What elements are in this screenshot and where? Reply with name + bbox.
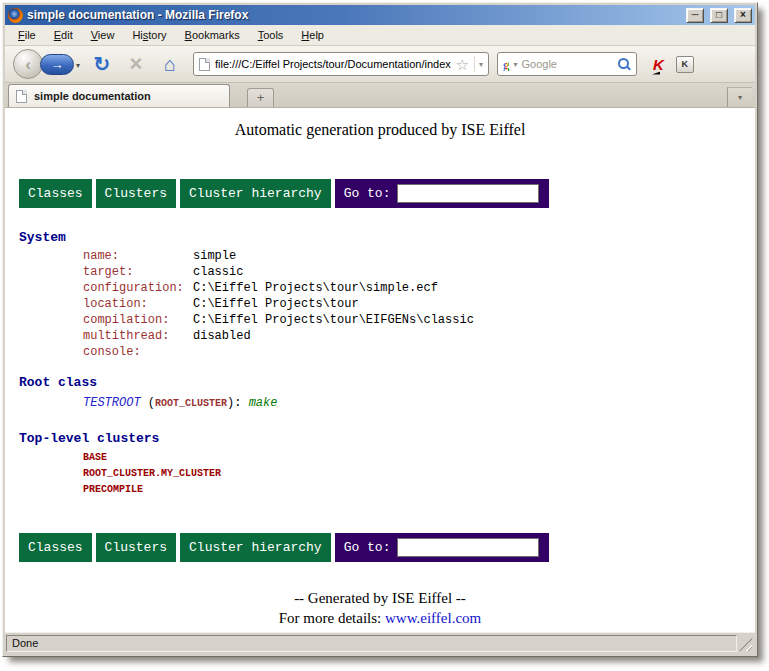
new-tab-button[interactable]: + <box>247 88 274 107</box>
row-label: multithread: <box>83 328 193 344</box>
page-footer: -- Generated by ISE Eiffel -- For more d… <box>5 588 755 628</box>
system-row-location: location:C:\Eiffel Projects\tour <box>83 296 755 312</box>
footer-details-prefix: For more details: <box>279 610 385 626</box>
status-bar: Done <box>5 632 755 654</box>
menu-history[interactable]: History <box>123 26 175 44</box>
navigation-toolbar: ‹ → ▾ ↻ × ⌂ file:///C:/Eiffel Projects/t… <box>5 46 755 83</box>
row-value: simple <box>193 249 236 263</box>
clusters-button[interactable]: Clusters <box>96 179 176 208</box>
footer-details-line: For more details: www.eiffel.com <box>5 608 755 628</box>
row-label: name: <box>83 248 193 264</box>
back-arrow-icon: ‹ <box>25 56 31 73</box>
system-row-target: target:classic <box>83 264 755 280</box>
url-input[interactable]: file:///C:/Eiffel Projects/tour/Document… <box>215 58 451 70</box>
cluster-list: BASE ROOT_CLUSTER.MY_CLUSTER PRECOMPILE <box>5 450 755 498</box>
system-row-name: name:simple <box>83 248 755 264</box>
root-class-line: TESTROOT (ROOT_CLUSTER): make <box>83 395 755 412</box>
kaspersky-icon[interactable]: K <box>653 57 664 72</box>
forward-arrow-icon: → <box>51 58 64 71</box>
history-dropdown-icon[interactable]: ▾ <box>76 61 80 70</box>
page-title: Automatic generation produced by ISE Eif… <box>5 121 755 139</box>
search-input[interactable]: Google <box>522 58 614 70</box>
cluster-link-precompile[interactable]: PRECOMPILE <box>83 482 755 498</box>
system-heading: System <box>19 229 755 246</box>
row-label: target: <box>83 264 193 280</box>
search-icon[interactable] <box>618 58 631 71</box>
goto-input[interactable] <box>397 184 539 203</box>
title-bar[interactable]: simple documentation - Mozilla Firefox ─… <box>5 5 755 25</box>
root-class-link[interactable]: TESTROOT <box>83 396 141 410</box>
forward-button[interactable]: → <box>40 54 74 75</box>
virtual-keyboard-button[interactable]: K <box>676 56 694 73</box>
reload-icon: ↻ <box>94 52 111 76</box>
row-value: classic <box>193 265 243 279</box>
url-dropdown-icon[interactable]: ▾ <box>474 56 483 72</box>
home-icon: ⌂ <box>164 53 176 76</box>
close-paren: ): <box>227 396 249 410</box>
reload-button[interactable]: ↻ <box>87 49 117 79</box>
goto-label: Go to: <box>344 186 391 201</box>
menu-bar: FileEditViewHistoryBookmarksToolsHelp <box>5 25 755 46</box>
window-title: simple documentation - Mozilla Firefox <box>27 8 680 22</box>
cluster-hierarchy-button[interactable]: Cluster hierarchy <box>180 533 331 562</box>
doc-navbar-bottom: Classes Clusters Cluster hierarchy Go to… <box>19 533 755 562</box>
site-favicon <box>199 58 210 71</box>
menu-view[interactable]: View <box>82 26 124 44</box>
close-button[interactable]: × <box>734 8 752 23</box>
menu-edit[interactable]: Edit <box>45 26 82 44</box>
row-label: location: <box>83 296 193 312</box>
desktop: simple documentation - Mozilla Firefox ─… <box>0 0 769 671</box>
menu-file[interactable]: File <box>9 26 45 44</box>
row-label: configuration: <box>83 280 193 296</box>
clusters-button[interactable]: Clusters <box>96 533 176 562</box>
eiffel-website-link[interactable]: www.eiffel.com <box>385 610 481 626</box>
goto-label: Go to: <box>344 540 391 555</box>
root-cluster-ref[interactable]: ROOT_CLUSTER <box>155 398 227 409</box>
menu-help[interactable]: Help <box>292 26 333 44</box>
root-class-heading: Root class <box>19 374 755 391</box>
list-all-tabs-button[interactable]: ▾ <box>727 87 752 107</box>
cluster-link-root-cluster-my-cluster[interactable]: ROOT_CLUSTER.MY_CLUSTER <box>83 466 755 482</box>
address-bar[interactable]: file:///C:/Eiffel Projects/tour/Document… <box>193 52 489 76</box>
row-value: C:\Eiffel Projects\tour\simple.ecf <box>193 281 438 295</box>
tab-label: simple documentation <box>34 90 151 102</box>
classes-button[interactable]: Classes <box>19 179 92 208</box>
row-label: compilation: <box>83 312 193 328</box>
tab-simple-documentation[interactable]: simple documentation <box>8 84 230 107</box>
row-value: C:\Eiffel Projects\tour <box>193 297 359 311</box>
open-paren: ( <box>141 396 155 410</box>
stop-button[interactable]: × <box>121 49 151 79</box>
tab-favicon <box>16 90 27 103</box>
row-value: disabled <box>193 329 251 343</box>
back-forward-group: ‹ → ▾ <box>13 48 85 80</box>
maximize-button[interactable]: □ <box>710 8 728 23</box>
page-content: Automatic generation produced by ISE Eif… <box>5 108 755 632</box>
system-row-compilation: compilation:C:\Eiffel Projects\tour\EIFG… <box>83 312 755 328</box>
footer-generated-line: -- Generated by ISE Eiffel -- <box>5 588 755 608</box>
minimize-button[interactable]: ─ <box>686 8 704 23</box>
firefox-icon <box>8 8 23 23</box>
row-value: C:\Eiffel Projects\tour\EIFGENs\classic <box>193 313 474 327</box>
row-label: console: <box>83 344 193 360</box>
tab-strip: simple documentation + ▾ <box>5 83 755 108</box>
search-engine-dropdown-icon[interactable]: ▾ <box>514 60 518 69</box>
home-button[interactable]: ⌂ <box>155 49 185 79</box>
back-button[interactable]: ‹ <box>13 49 43 79</box>
creation-feature-link[interactable]: make <box>249 396 278 410</box>
goto-box: Go to: <box>335 179 550 208</box>
bookmark-star-icon[interactable]: ☆ <box>456 57 469 72</box>
stop-icon: × <box>130 51 143 77</box>
system-row-console: console: <box>83 344 755 360</box>
cluster-link-base[interactable]: BASE <box>83 450 755 466</box>
cluster-hierarchy-button[interactable]: Cluster hierarchy <box>180 179 331 208</box>
resize-grip-icon[interactable] <box>739 638 752 651</box>
doc-navbar-top: Classes Clusters Cluster hierarchy Go to… <box>19 179 755 208</box>
search-bar[interactable]: g ▾ Google <box>497 52 637 76</box>
classes-button[interactable]: Classes <box>19 533 92 562</box>
goto-box: Go to: <box>335 533 550 562</box>
goto-input[interactable] <box>397 538 539 557</box>
menu-tools[interactable]: Tools <box>249 26 293 44</box>
google-logo-icon: g <box>503 58 510 71</box>
menu-bookmarks[interactable]: Bookmarks <box>176 26 249 44</box>
system-row-configuration: configuration:C:\Eiffel Projects\tour\si… <box>83 280 755 296</box>
